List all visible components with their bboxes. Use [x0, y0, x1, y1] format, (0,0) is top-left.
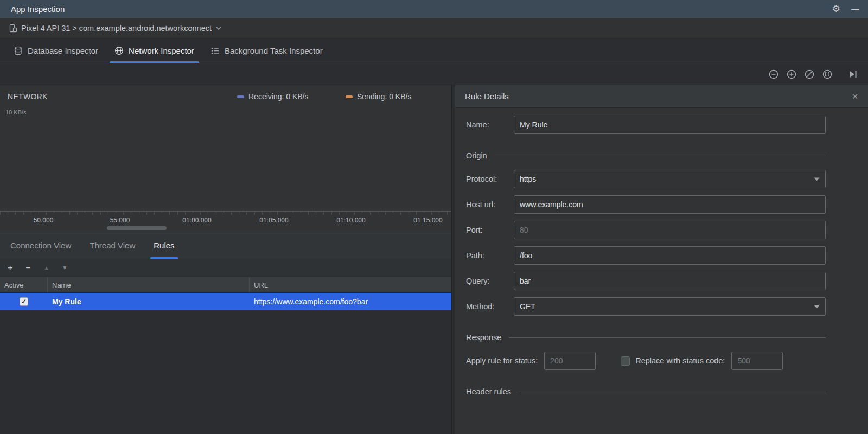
- protocol-value: https: [520, 175, 536, 183]
- rules-table-header: Active Name URL: [0, 277, 451, 293]
- device-icon: [9, 24, 17, 33]
- rule-active-checkbox[interactable]: ✓: [20, 297, 28, 306]
- zoom-in-button[interactable]: [786, 69, 797, 80]
- name-input[interactable]: [514, 116, 826, 134]
- path-label: Path:: [466, 251, 514, 260]
- timeline-tick: 01:15.000: [413, 216, 442, 224]
- network-chart-legend-row: NETWORK Receiving: 0 KB/s Sending: 0 KB/…: [0, 85, 451, 108]
- rule-details-header: Rule Details ✕: [455, 85, 868, 108]
- rule-name-text: My Rule: [52, 297, 81, 306]
- section-divider: [509, 337, 826, 338]
- method-dropdown[interactable]: GET: [514, 297, 826, 316]
- window-title: App Inspection: [11, 4, 65, 14]
- tab-label: Database Inspector: [28, 46, 98, 55]
- globe-icon: [114, 46, 124, 55]
- tab-network-inspector[interactable]: Network Inspector: [106, 39, 202, 63]
- replace-status-label: Replace with status code:: [635, 356, 725, 365]
- timeline-tick: 50.000: [34, 216, 54, 224]
- header-rules-section-label: Header rules: [466, 387, 511, 396]
- header-rules-section-header: Header rules: [466, 387, 826, 396]
- protocol-label: Protocol:: [466, 175, 514, 183]
- timeline-ruler[interactable]: 50.000 55.000 01:00.000 01:05.000 01:10.…: [0, 211, 451, 225]
- dropdown-caret-icon: [814, 177, 820, 181]
- tab-rules[interactable]: Rules: [144, 232, 183, 259]
- apply-status-input[interactable]: [544, 352, 596, 370]
- database-icon: [14, 46, 23, 55]
- origin-section-label: Origin: [466, 151, 487, 160]
- timeline-scrollbar-thumb[interactable]: [107, 226, 167, 230]
- app-inspection-window: App Inspection ⚙ — Pixel 4 API 31 > com.…: [0, 0, 868, 434]
- rule-details-panel: Rule Details ✕ Name: Origin Protocol: ht…: [455, 85, 868, 434]
- section-divider: [519, 392, 826, 392]
- port-input[interactable]: [514, 221, 826, 239]
- content-area: NETWORK Receiving: 0 KB/s Sending: 0 KB/…: [0, 85, 868, 434]
- host-url-input[interactable]: [514, 195, 826, 214]
- network-inspector-panel: NETWORK Receiving: 0 KB/s Sending: 0 KB/…: [0, 85, 451, 434]
- legend-receiving: Receiving: 0 KB/s: [237, 92, 309, 101]
- protocol-dropdown[interactable]: https: [514, 170, 826, 188]
- rule-active-cell: ✓: [0, 293, 48, 310]
- minimize-button[interactable]: —: [851, 4, 859, 14]
- timeline-scrollbar: [0, 225, 451, 232]
- receiving-swatch-icon: [237, 95, 244, 98]
- column-header-url[interactable]: URL: [250, 277, 451, 292]
- zoom-to-selection-button[interactable]: [822, 69, 833, 80]
- method-label: Method:: [466, 302, 514, 311]
- go-live-button[interactable]: [847, 69, 858, 80]
- sending-swatch-icon: [346, 95, 353, 98]
- column-header-name[interactable]: Name: [48, 277, 250, 292]
- rule-name-cell: My Rule: [48, 293, 250, 310]
- remove-rule-button[interactable]: −: [25, 264, 30, 272]
- zoom-out-button[interactable]: [768, 69, 779, 80]
- replace-status-input[interactable]: [731, 352, 783, 370]
- network-chart-plot[interactable]: 10 KB/s: [0, 108, 451, 211]
- settings-gear-icon[interactable]: ⚙: [832, 3, 840, 15]
- move-rule-up-button[interactable]: ▲: [44, 265, 49, 271]
- column-header-active[interactable]: Active: [0, 277, 48, 292]
- rule-table-row[interactable]: ✓ My Rule https://www.example.com/foo?ba…: [0, 293, 451, 310]
- add-rule-button[interactable]: +: [8, 264, 12, 272]
- query-input[interactable]: [514, 272, 826, 290]
- close-rule-details-button[interactable]: ✕: [852, 92, 858, 101]
- tab-connection-view[interactable]: Connection View: [1, 232, 80, 259]
- apply-rule-label: Apply rule for status:: [466, 356, 538, 365]
- process-selector[interactable]: Pixel 4 API 31 > com.example.android.net…: [0, 18, 868, 39]
- method-value: GET: [520, 302, 535, 311]
- view-tab-label: Rules: [154, 241, 174, 250]
- query-label: Query:: [466, 277, 514, 285]
- selected-tab-underline: [110, 61, 199, 63]
- port-label: Port:: [466, 226, 514, 234]
- selected-view-tab-underline: [150, 257, 177, 259]
- view-tab-label: Connection View: [10, 241, 71, 250]
- rules-toolbar: + − ▲ ▼: [0, 259, 451, 277]
- method-field-row: Method: GET: [466, 297, 826, 316]
- reset-zoom-button[interactable]: [804, 69, 815, 80]
- tab-background-task-inspector[interactable]: Background Task Inspector: [202, 39, 331, 63]
- legend-sending-label: Sending: 0 KB/s: [357, 92, 411, 101]
- section-divider: [495, 156, 826, 156]
- rule-details-title: Rule Details: [465, 92, 509, 101]
- path-input[interactable]: [514, 246, 826, 265]
- response-section-header: Response: [466, 333, 826, 342]
- name-label: Name:: [466, 120, 514, 129]
- dropdown-caret-icon: [814, 305, 820, 309]
- move-rule-down-button[interactable]: ▼: [62, 265, 68, 271]
- replace-status-checkbox[interactable]: [621, 356, 630, 366]
- timeline-tick: 55.000: [110, 216, 130, 224]
- timeline-tick: 01:00.000: [182, 216, 211, 224]
- panel-splitter[interactable]: [451, 85, 455, 434]
- query-field-row: Query:: [466, 272, 826, 290]
- path-field-row: Path:: [466, 246, 826, 265]
- host-field-row: Host url:: [466, 195, 826, 214]
- tab-database-inspector[interactable]: Database Inspector: [5, 39, 106, 63]
- zoom-to-selection-icon: [822, 69, 833, 80]
- timeline-tick: 01:10.000: [336, 216, 365, 224]
- tab-thread-view[interactable]: Thread View: [80, 232, 144, 259]
- zoom-out-icon: [768, 69, 779, 80]
- origin-section-header: Origin: [466, 151, 826, 160]
- process-selector-label: Pixel 4 API 31 > com.example.android.net…: [21, 24, 212, 33]
- timeline-tick: 01:05.000: [259, 216, 288, 224]
- profiler-toolbar: [0, 63, 868, 85]
- zoom-in-icon: [786, 69, 797, 80]
- view-tab-label: Thread View: [90, 241, 135, 250]
